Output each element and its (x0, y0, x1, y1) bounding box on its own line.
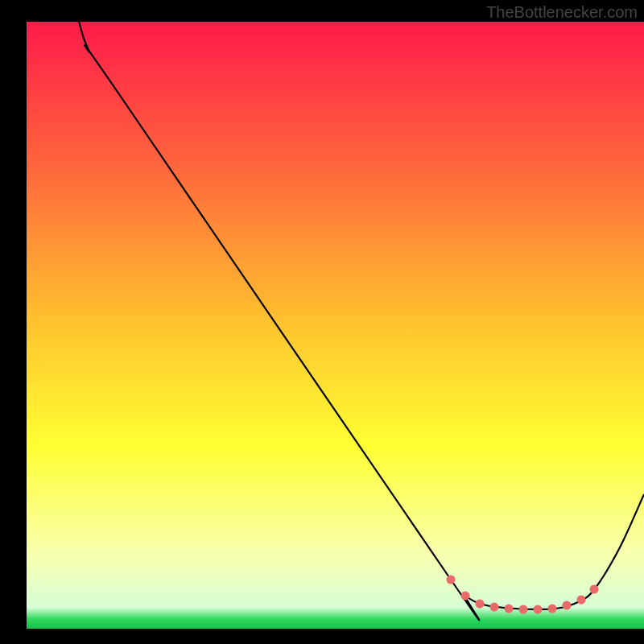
marker-dot (490, 603, 499, 612)
marker-dot (505, 605, 514, 613)
marker-dot (563, 601, 572, 610)
marker-dot (590, 585, 599, 594)
plot-area (27, 22, 644, 629)
bottleneck-chart (0, 0, 644, 644)
watermark-text: TheBottlenecker.com (486, 3, 638, 22)
marker-dot (534, 605, 543, 614)
marker-dot (461, 592, 470, 601)
marker-dot (577, 596, 586, 605)
marker-dot (548, 605, 557, 613)
marker-dot (519, 605, 528, 614)
marker-dot (476, 600, 485, 609)
marker-dot (447, 576, 456, 584)
chart-svg (0, 0, 644, 644)
